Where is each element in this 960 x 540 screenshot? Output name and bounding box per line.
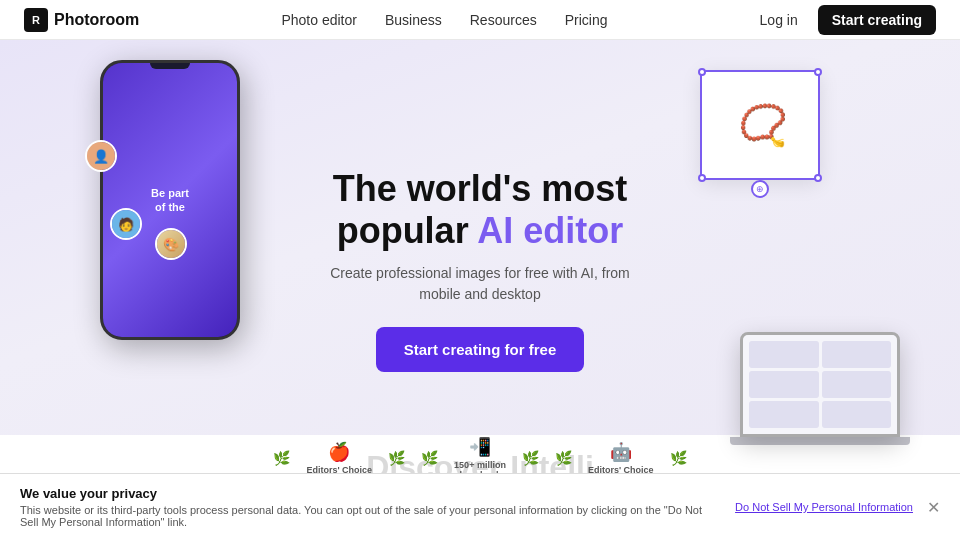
privacy-actions: Do Not Sell My Personal Information ✕ (735, 498, 940, 517)
hero-cta-button[interactable]: Start creating for free (376, 327, 585, 372)
hero-section: Be partof the 👤 🧑 🎨 The world's most pop… (0, 40, 960, 500)
nav-business[interactable]: Business (385, 12, 442, 28)
privacy-body: This website or its third-party tools pr… (20, 504, 720, 528)
leaf-left-3: 🌿 (555, 450, 572, 466)
corner-handle-tl (698, 68, 706, 76)
leaf-left-1: 🌿 (273, 450, 290, 466)
start-creating-button[interactable]: Start creating (818, 5, 936, 35)
privacy-banner: We value your privacy This website or it… (0, 473, 960, 540)
avatar-person-2: 🧑 (112, 210, 140, 238)
privacy-title: We value your privacy (20, 486, 735, 501)
avatar-person-3: 🎨 (157, 230, 185, 258)
avatar-person-1: 👤 (87, 142, 115, 170)
badge-android: 🤖 Editors' Choice (588, 441, 654, 475)
phone-screen-text: Be partof the (151, 186, 189, 215)
laptop-thumb-6 (822, 401, 892, 428)
apple-icon: 🍎 (328, 441, 350, 463)
logo[interactable]: R Photoroom (24, 8, 139, 32)
privacy-link[interactable]: Do Not Sell My Personal Information (735, 501, 913, 513)
avatar-badge-1: 👤 (85, 140, 117, 172)
laptop-thumb-4 (822, 371, 892, 398)
laptop-device (740, 332, 900, 437)
laptop-thumb-1 (749, 341, 819, 368)
logo-icon: R (24, 8, 48, 32)
leaf-right-2: 🌿 (522, 450, 539, 466)
nav-photo-editor[interactable]: Photo editor (281, 12, 357, 28)
laptop-thumb-2 (822, 341, 892, 368)
badge-apple: 🍎 Editors' Choice (306, 441, 372, 475)
earrings-mockup: 📿 ⊕ (700, 70, 820, 180)
earrings-box: 📿 ⊕ (700, 70, 820, 180)
phone-device: Be partof the (100, 60, 240, 340)
privacy-close-button[interactable]: ✕ (927, 498, 940, 517)
android-icon: 🤖 (610, 441, 632, 463)
laptop-base (730, 437, 910, 445)
avatar-badge-3: 🎨 (155, 228, 187, 260)
hero-title: The world's most popular AI editor (310, 168, 650, 251)
phone-mockup: Be partof the 👤 🧑 🎨 (100, 60, 240, 340)
phone-screen: Be partof the (103, 63, 237, 337)
select-handle: ⊕ (751, 180, 769, 198)
laptop-screen (743, 335, 897, 434)
privacy-left: We value your privacy This website or it… (20, 486, 735, 528)
earring-image: 📿 (738, 102, 783, 149)
laptop-thumb-3 (749, 371, 819, 398)
leaf-right-3: 🌿 (670, 450, 687, 466)
hero-subtitle: Create professional images for free with… (310, 263, 650, 305)
laptop-thumb-5 (749, 401, 819, 428)
nav-links: Photo editor Business Resources Pricing (281, 12, 607, 28)
login-button[interactable]: Log in (750, 6, 808, 34)
phone-notch (150, 63, 190, 69)
logo-text: Photoroom (54, 11, 139, 29)
leaf-right-1: 🌿 (388, 450, 405, 466)
navbar: R Photoroom Photo editor Business Resour… (0, 0, 960, 40)
hero-title-line1: The world's most (333, 168, 628, 209)
nav-pricing[interactable]: Pricing (565, 12, 608, 28)
avatar-badge-2: 🧑 (110, 208, 142, 240)
nav-resources[interactable]: Resources (470, 12, 537, 28)
corner-handle-bl (698, 174, 706, 182)
laptop-mockup (740, 332, 910, 445)
corner-handle-br (814, 174, 822, 182)
download-icon: 📲 (469, 436, 491, 458)
leaf-left-2: 🌿 (421, 450, 438, 466)
hero-title-line2-black: popular (337, 210, 478, 251)
hero-text-block: The world's most popular AI editor Creat… (310, 168, 650, 372)
corner-handle-tr (814, 68, 822, 76)
hero-title-line2-purple: AI editor (477, 210, 623, 251)
nav-actions: Log in Start creating (750, 5, 936, 35)
